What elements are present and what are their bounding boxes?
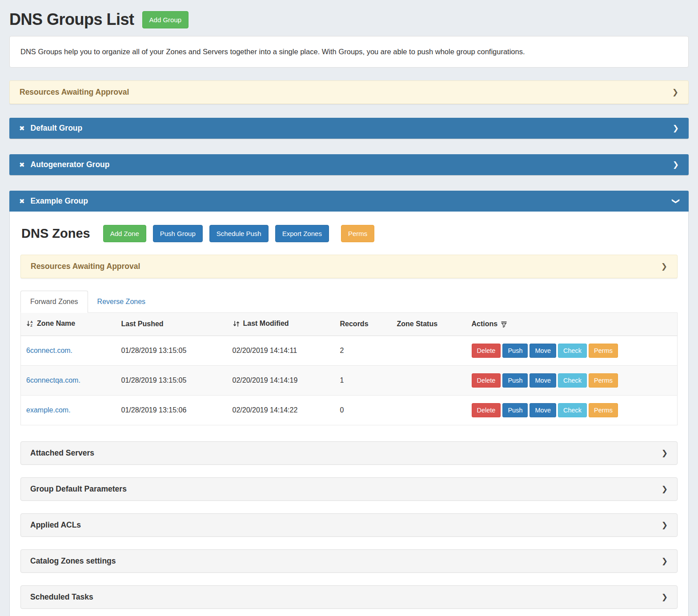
- sort-icon: [233, 320, 240, 327]
- delete-button[interactable]: Delete: [472, 344, 501, 358]
- perms-row-button[interactable]: Perms: [589, 344, 618, 358]
- col-header-records: Records: [335, 313, 392, 336]
- cell-zone-status: [392, 395, 466, 425]
- close-icon[interactable]: ✖: [19, 125, 25, 132]
- chevron-right-icon: ❯: [673, 124, 679, 133]
- dns-zones-header: DNS Zones Add Zone Push Group Schedule P…: [21, 225, 678, 242]
- col-header-last-modified[interactable]: Last Modified: [227, 313, 335, 336]
- filter-icon[interactable]: [501, 321, 507, 328]
- cell-last-modified: 02/20/2019 14:14:22: [227, 395, 335, 425]
- col-header-zone-status: Zone Status: [392, 313, 466, 336]
- chevron-right-icon: ❯: [662, 592, 668, 602]
- cell-last-pushed: 01/28/2019 13:15:05: [116, 365, 227, 395]
- chevron-right-icon: ❯: [662, 520, 668, 530]
- cell-records: 1: [335, 365, 392, 395]
- group-label: Example Group: [31, 196, 88, 206]
- awaiting-approval-label: Resources Awaiting Approval: [20, 88, 129, 97]
- section-attached-servers[interactable]: Attached Servers ❯: [20, 441, 678, 465]
- group-panel-default[interactable]: ✖ Default Group ❯: [9, 118, 689, 139]
- group-panel-example[interactable]: ✖ Example Group ❯: [9, 191, 689, 212]
- section-scheduled-tasks[interactable]: Scheduled Tasks ❯: [20, 585, 678, 609]
- chevron-down-icon: ❯: [671, 198, 680, 204]
- col-header-zone-name[interactable]: A Z Zone Name: [21, 313, 116, 336]
- group-body: DNS Zones Add Zone Push Group Schedule P…: [9, 212, 689, 616]
- section-catalog-zones-settings[interactable]: Catalog Zones settings ❯: [20, 549, 678, 573]
- push-button[interactable]: Push: [502, 403, 528, 417]
- group-example-expanded: ✖ Example Group ❯ DNS Zones Add Zone Pus…: [9, 191, 689, 616]
- check-button[interactable]: Check: [558, 373, 587, 388]
- schedule-push-button[interactable]: Schedule Push: [209, 225, 269, 242]
- push-button[interactable]: Push: [502, 344, 528, 358]
- awaiting-approval-panel-inner[interactable]: Resources Awaiting Approval ❯: [20, 255, 678, 278]
- page-header: DNS Groups List Add Group: [9, 10, 689, 29]
- svg-text:A: A: [31, 320, 33, 324]
- cell-last-modified: 02/20/2019 14:14:11: [227, 336, 335, 365]
- tab-forward-zones[interactable]: Forward Zones: [20, 291, 88, 313]
- section-applied-acls[interactable]: Applied ACLs ❯: [20, 513, 678, 537]
- cell-records: 0: [335, 395, 392, 425]
- svg-text:Z: Z: [31, 324, 33, 327]
- add-zone-button[interactable]: Add Zone: [103, 225, 146, 242]
- table-row: example.com. 01/28/2019 13:15:06 02/20/2…: [21, 395, 678, 425]
- check-button[interactable]: Check: [558, 344, 587, 358]
- group-panel-autogenerator[interactable]: ✖ Autogenerator Group ❯: [9, 154, 689, 175]
- table-row: 6connectqa.com. 01/28/2019 13:15:05 02/2…: [21, 365, 678, 395]
- group-label: Autogenerator Group: [31, 160, 110, 169]
- section-group-default-parameters[interactable]: Group Default Parameters ❯: [20, 477, 678, 501]
- cell-zone-status: [392, 336, 466, 365]
- chevron-right-icon: ❯: [661, 262, 667, 271]
- check-button[interactable]: Check: [558, 403, 587, 417]
- dns-groups-page: DNS Groups List Add Group DNS Groups hel…: [0, 0, 698, 616]
- col-header-last-pushed: Last Pushed: [116, 313, 227, 336]
- sort-alpha-icon: A Z: [26, 320, 34, 327]
- page-description: DNS Groups help you to organize all of y…: [9, 36, 689, 68]
- push-button[interactable]: Push: [502, 373, 528, 388]
- close-icon[interactable]: ✖: [19, 198, 25, 204]
- chevron-right-icon: ❯: [662, 556, 668, 566]
- chevron-right-icon: ❯: [673, 160, 679, 169]
- move-button[interactable]: Move: [530, 403, 556, 417]
- cell-zone-status: [392, 365, 466, 395]
- perms-row-button[interactable]: Perms: [589, 403, 618, 417]
- cell-last-pushed: 01/28/2019 13:15:05: [116, 336, 227, 365]
- move-button[interactable]: Move: [530, 373, 556, 388]
- zones-tabs: Forward Zones Reverse Zones: [20, 291, 678, 312]
- tab-reverse-zones[interactable]: Reverse Zones: [88, 291, 155, 312]
- dns-zones-title: DNS Zones: [21, 226, 90, 241]
- export-zones-button[interactable]: Export Zones: [275, 225, 329, 242]
- zone-link[interactable]: example.com.: [26, 406, 71, 414]
- close-icon[interactable]: ✖: [19, 161, 25, 168]
- group-sections: Attached Servers ❯ Group Default Paramet…: [20, 441, 678, 609]
- cell-records: 2: [335, 336, 392, 365]
- chevron-right-icon: ❯: [662, 484, 668, 494]
- table-row: 6connect.com. 01/28/2019 13:15:05 02/20/…: [21, 336, 678, 365]
- perms-button[interactable]: Perms: [341, 225, 374, 242]
- cell-last-modified: 02/20/2019 14:14:19: [227, 365, 335, 395]
- zones-table: A Z Zone Name Last Pushed: [20, 312, 678, 425]
- zone-link[interactable]: 6connect.com.: [26, 347, 72, 354]
- delete-button[interactable]: Delete: [472, 373, 501, 388]
- chevron-right-icon: ❯: [662, 448, 668, 458]
- table-header-row: A Z Zone Name Last Pushed: [21, 313, 678, 336]
- cell-last-pushed: 01/28/2019 13:15:06: [116, 395, 227, 425]
- perms-row-button[interactable]: Perms: [589, 373, 618, 388]
- group-label: Default Group: [31, 124, 83, 133]
- zone-link[interactable]: 6connectqa.com.: [26, 376, 80, 384]
- awaiting-approval-label: Resources Awaiting Approval: [31, 262, 140, 271]
- awaiting-approval-panel[interactable]: Resources Awaiting Approval ❯: [9, 80, 689, 104]
- add-group-button[interactable]: Add Group: [142, 11, 189, 28]
- push-group-button[interactable]: Push Group: [153, 225, 203, 242]
- page-title: DNS Groups List: [9, 10, 134, 29]
- chevron-right-icon: ❯: [672, 88, 678, 97]
- col-header-actions[interactable]: Actions: [466, 313, 678, 336]
- delete-button[interactable]: Delete: [472, 403, 501, 417]
- move-button[interactable]: Move: [530, 344, 556, 358]
